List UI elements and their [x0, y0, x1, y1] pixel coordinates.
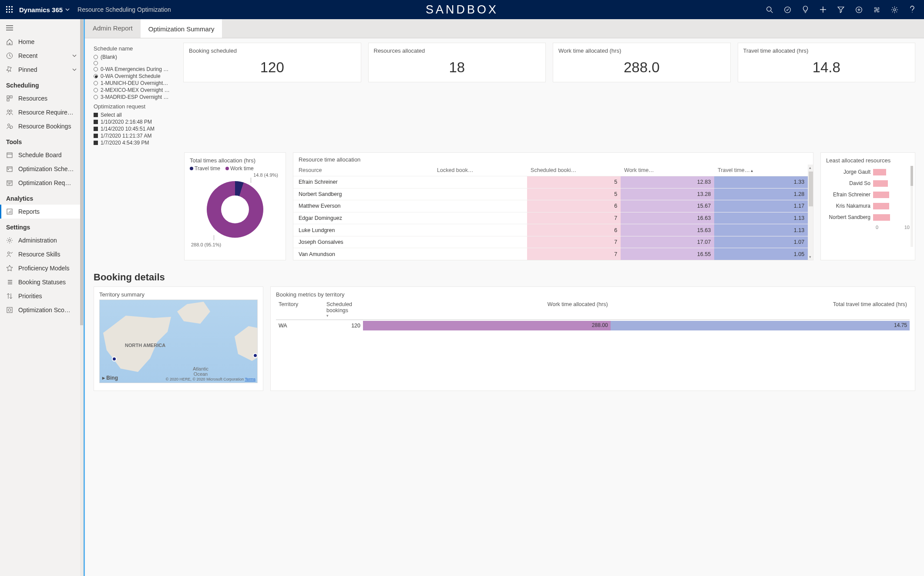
- least-bar-row[interactable]: Norbert Sandberg: [826, 212, 910, 223]
- sidebar-item-optimization-requests[interactable]: Optimization Req…: [0, 176, 83, 190]
- optreq-filter-item[interactable]: Select all: [94, 111, 177, 118]
- cell-name: Joseph Gonsalves: [293, 236, 433, 248]
- bar-label: David So: [826, 180, 873, 186]
- cell-sched: 7: [527, 236, 621, 248]
- tab-admin-report[interactable]: Admin Report: [85, 19, 141, 38]
- clock-icon: [6, 52, 13, 59]
- territory-map[interactable]: NORTH AMERICA Atlantic Ocean ▸ Bing © 20…: [99, 300, 258, 383]
- kpi-resources-allocated: Resources allocated 18: [368, 43, 546, 82]
- col-travel[interactable]: Travel time…: [714, 165, 808, 176]
- table-row[interactable]: Efrain Schreiner512.831.33: [293, 176, 808, 189]
- filter-icon[interactable]: [833, 0, 849, 19]
- sidebar-item-recent[interactable]: Recent: [0, 49, 83, 63]
- least-bar-row[interactable]: David So: [826, 178, 910, 189]
- kpi-value: 14.8: [743, 59, 910, 76]
- allocation-table[interactable]: Resource Locked book… Scheduled booki… W…: [293, 165, 808, 260]
- sidebar-scrollbar[interactable]: [80, 19, 84, 576]
- scope-icon: [6, 307, 13, 313]
- optreq-label: 1/10/2020 2:16:48 PM: [101, 119, 152, 125]
- col-resource[interactable]: Resource: [293, 165, 433, 176]
- col-locked[interactable]: Locked book…: [433, 165, 527, 176]
- radio-icon: [94, 88, 98, 92]
- donut-chart[interactable]: [207, 181, 263, 238]
- kpi-label: Resources allocated: [374, 47, 541, 54]
- cell-work: 13.28: [621, 188, 714, 200]
- sidebar-toggle-icon[interactable]: [0, 21, 83, 35]
- sidebar-item-proficiency-models[interactable]: Proficiency Models: [0, 261, 83, 275]
- sidebar-item-resource-skills[interactable]: Resource Skills: [0, 247, 83, 261]
- mcol-travel[interactable]: Total travel time allocated (hrs): [611, 300, 910, 320]
- schedule-filter-item[interactable]: 3-MADRID-ESP Overnight …: [94, 94, 177, 101]
- table-row[interactable]: Joseph Gonsalves717.071.07: [293, 236, 808, 248]
- settings-icon[interactable]: [886, 0, 903, 19]
- sidebar-item-label: Priorities: [18, 293, 42, 300]
- col-scheduled[interactable]: Scheduled booki…: [527, 165, 621, 176]
- table-scrollbar[interactable]: ▴▾: [808, 165, 813, 260]
- table-row[interactable]: Edgar Dominguez716.631.13: [293, 212, 808, 224]
- sidebar-item-booking-statuses[interactable]: Booking Statuses: [0, 275, 83, 289]
- sidebar-item-resource-requirements[interactable]: Resource Require…: [0, 105, 83, 119]
- cell-locked: [433, 236, 527, 248]
- schedule-filter-item[interactable]: 0-WA Emergencies During …: [94, 66, 177, 73]
- add-icon[interactable]: [815, 0, 831, 19]
- table-row[interactable]: Van Amundson716.551.05: [293, 248, 808, 260]
- sidebar-item-priorities[interactable]: Priorities: [0, 289, 83, 303]
- bar-fill: [873, 169, 886, 175]
- sidebar-item-schedule-board[interactable]: Schedule Board: [0, 148, 83, 162]
- help-icon[interactable]: [904, 0, 921, 19]
- home-icon: [6, 38, 13, 45]
- table-row[interactable]: Luke Lundgren615.631.13: [293, 224, 808, 236]
- optreq-filter-item[interactable]: 1/7/2020 11:21:37 AM: [94, 132, 177, 139]
- schedule-filter-item[interactable]: [94, 61, 177, 66]
- extension-icon[interactable]: [868, 0, 885, 19]
- cell-locked: [433, 188, 527, 200]
- least-bar-row[interactable]: Kris Nakamura: [826, 200, 910, 212]
- sidebar-item-pinned[interactable]: Pinned: [0, 63, 83, 77]
- mcol-work[interactable]: Work time allocated (hrs): [363, 300, 611, 320]
- add-circle-icon[interactable]: [850, 0, 867, 19]
- metrics-table[interactable]: Territory Scheduled bookings Work time a…: [276, 300, 910, 331]
- schedule-filter-item[interactable]: 0-WA Overnight Schedule: [94, 73, 177, 80]
- sidebar-item-optimization-scope[interactable]: Optimization Sco…: [0, 303, 83, 317]
- map-pin[interactable]: [112, 357, 117, 361]
- cell-travel: 1.33: [714, 176, 808, 189]
- schedule-filter-item[interactable]: (Blank): [94, 54, 177, 61]
- least-bar-row[interactable]: Efrain Schreiner: [826, 189, 910, 200]
- least-scrollbar[interactable]: [911, 166, 913, 247]
- product-switcher[interactable]: Dynamics 365: [19, 6, 70, 13]
- tab-optimization-summary[interactable]: Optimization Summary: [141, 19, 222, 38]
- optreq-filter-item[interactable]: 1/10/2020 2:16:48 PM: [94, 118, 177, 125]
- app-launcher-icon[interactable]: [3, 3, 16, 16]
- territory-summary-card: Territory summary NORTH AMERICA Atlantic…: [94, 286, 263, 391]
- table-row[interactable]: Matthew Everson615.671.17: [293, 200, 808, 212]
- task-icon[interactable]: [779, 0, 796, 19]
- lightbulb-icon[interactable]: [797, 0, 813, 19]
- optreq-label: 1/7/2020 4:54:39 PM: [101, 140, 149, 146]
- sidebar-item-label: Resources: [18, 95, 47, 102]
- table-row[interactable]: Norbert Sandberg513.281.28: [293, 188, 808, 200]
- sidebar-item-optimization-schedules[interactable]: Optimization Sche…: [0, 162, 83, 176]
- mcol-scheduled[interactable]: Scheduled bookings: [324, 300, 363, 320]
- optreq-filter-item[interactable]: 1/14/2020 10:45:51 AM: [94, 125, 177, 132]
- mcol-territory[interactable]: Territory: [276, 300, 324, 320]
- sidebar-item-reports[interactable]: Reports: [0, 205, 83, 219]
- sidebar-item-resource-bookings[interactable]: Resource Bookings: [0, 119, 83, 133]
- col-work[interactable]: Work time…: [621, 165, 714, 176]
- bar-label: Jorge Gault: [826, 169, 873, 175]
- sidebar-item-resources[interactable]: Resources: [0, 91, 83, 105]
- sidebar-item-administration[interactable]: Administration: [0, 233, 83, 247]
- sidebar-item-home[interactable]: Home: [0, 35, 83, 49]
- schedule-filter-item[interactable]: 1-MUNICH-DEU Overnight…: [94, 80, 177, 87]
- optreq-filter-item[interactable]: 1/7/2020 4:54:39 PM: [94, 139, 177, 146]
- search-icon[interactable]: [761, 0, 778, 19]
- svg-rect-0: [6, 6, 7, 7]
- checkbox-icon: [94, 141, 98, 145]
- least-bar-row[interactable]: Jorge Gault: [826, 166, 910, 178]
- kpi-value: 120: [189, 59, 356, 76]
- least-allocated-card: Least allocated resources Jorge GaultDav…: [820, 152, 915, 260]
- map-pin[interactable]: [253, 353, 258, 358]
- terms-link[interactable]: Terms: [245, 377, 256, 381]
- schedule-filter-item[interactable]: 2-MEXICO-MEX Overnight …: [94, 87, 177, 94]
- metrics-row[interactable]: WA 120 288.00 14.75: [276, 320, 910, 332]
- bar-fill: [873, 180, 888, 187]
